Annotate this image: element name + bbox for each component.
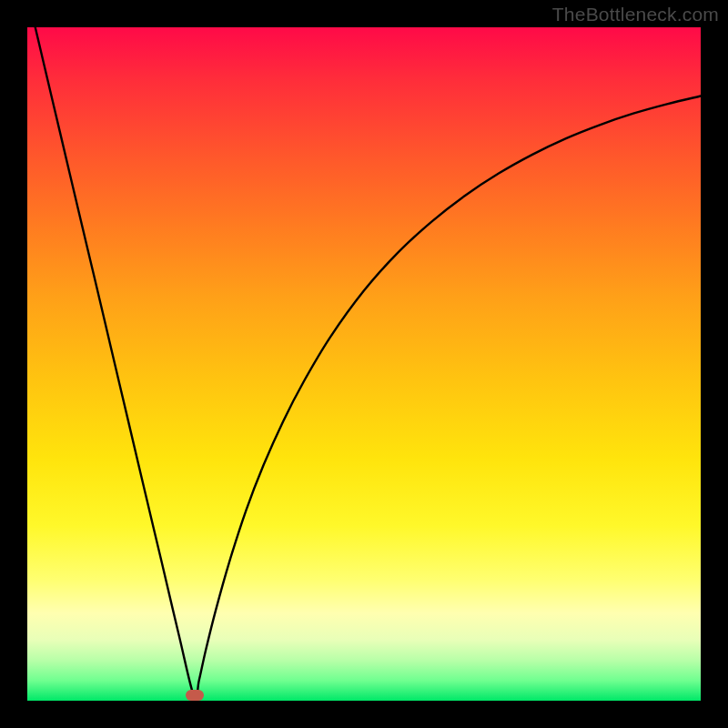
curve-line	[27, 27, 701, 701]
watermark-text: TheBottleneck.com	[552, 4, 719, 25]
chart-frame: TheBottleneck.com	[0, 0, 728, 728]
minimum-marker	[186, 690, 204, 701]
plot-area	[27, 27, 701, 701]
